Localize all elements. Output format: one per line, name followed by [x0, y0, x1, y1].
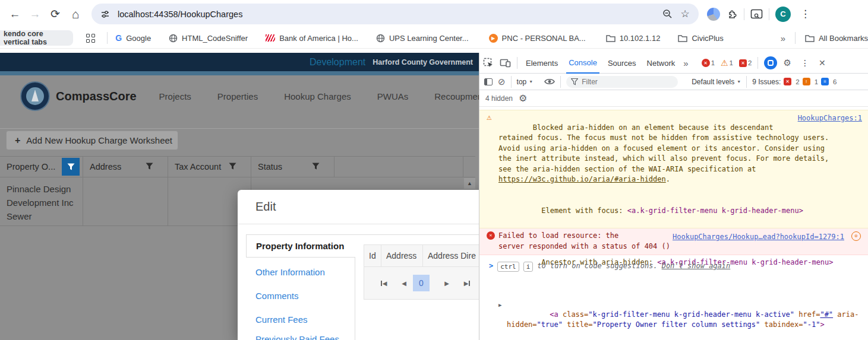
element-preview[interactable]: ▶<a class="k-grid-filter-menu k-grid-hea… — [498, 299, 861, 340]
grid-scrollbar-up[interactable]: ▲ — [464, 178, 475, 189]
filter-icon[interactable] — [146, 163, 153, 170]
prompt-chevron-icon: > — [489, 261, 493, 272]
pager-first-icon[interactable]: ◀ — [376, 275, 392, 291]
column-header-address[interactable]: Address — [83, 157, 168, 177]
bookmark-folder-civicplus[interactable]: CivicPlus — [678, 34, 723, 43]
plus-icon: + — [15, 135, 20, 146]
tab-previously-paid-fees[interactable]: Previously Paid Fees — [255, 334, 339, 340]
tag-open: <a — [550, 310, 558, 319]
forward-icon[interactable]: → — [25, 4, 45, 24]
tab-network[interactable]: Network — [645, 53, 678, 74]
console-error-icon: ✕ — [487, 231, 495, 240]
nav-item-recoupments[interactable]: Recoupments and Surcharges — [434, 91, 479, 101]
tab-console[interactable]: Console — [566, 53, 599, 74]
pager-last-icon[interactable]: ▶ — [459, 275, 475, 291]
ctrl-key-chip: ctrl — [497, 262, 519, 272]
tab-group-chip[interactable]: kendo core vertical tabs — [0, 30, 73, 46]
issues-summary[interactable]: 9 Issues: ✕ 2 ! 1 ≡ 6 — [752, 78, 837, 86]
tab-other-information[interactable]: Other Information — [255, 267, 325, 277]
live-expression-eye-icon[interactable] — [544, 78, 555, 85]
disclosure-triangle-icon[interactable]: ▶ — [498, 300, 501, 311]
attr-name: class= — [558, 310, 589, 319]
chrome-menu-icon[interactable]: ⋮ — [797, 8, 814, 20]
column-label: Tax Account — [175, 162, 221, 171]
bookmark-folder-ip[interactable]: 10.102.1.12 — [606, 34, 661, 43]
close-devtools-icon[interactable]: ✕ — [819, 58, 826, 68]
clear-console-icon[interactable]: ⊘ — [498, 77, 506, 87]
error-source-link[interactable]: HookupCharges/Hookup…ead?hookupId=1279:1 — [673, 232, 844, 243]
bookmark-bank-of-america[interactable]: Bank of America | Ho... — [266, 34, 358, 43]
reload-icon[interactable]: ⟳ — [45, 4, 65, 24]
error-count-badge[interactable]: ✕ 1 — [702, 59, 715, 67]
modal-column-id[interactable]: Id — [364, 245, 381, 266]
pager-previous-icon[interactable]: ◀ — [396, 275, 412, 291]
filter-icon[interactable] — [229, 163, 236, 170]
profile-avatar[interactable]: C — [775, 7, 791, 22]
modal-column-address-direction[interactable]: Address Dire — [423, 245, 479, 266]
all-bookmarks[interactable]: All Bookmarks — [805, 34, 868, 43]
url-text[interactable]: localhost:44358/HookupCharges — [118, 9, 661, 19]
console-settings-gear-icon[interactable]: ⚙ — [519, 93, 527, 104]
bookmark-star-icon[interactable]: ☆ — [678, 8, 692, 21]
compasscore-logo[interactable] — [20, 81, 50, 111]
content-divider — [0, 128, 479, 129]
back-icon[interactable]: ← — [5, 4, 25, 24]
bookmark-ups-learning[interactable]: UPS Learning Center... — [376, 34, 469, 43]
focus-node-link[interactable]: <a.k-grid-filter-menu k-grid-header-menu… — [627, 206, 803, 215]
modal-column-address[interactable]: Address — [381, 245, 423, 266]
zoom-out-icon[interactable] — [661, 8, 674, 21]
nav-item-properties[interactable]: Properties — [217, 91, 258, 101]
site-settings-icon[interactable] — [99, 8, 112, 21]
bookmark-google[interactable]: G Google — [115, 33, 151, 43]
console-prompt-row[interactable]: > ctrl i to turn on code suggestions. Do… — [479, 259, 868, 274]
bookmark-html-codesniffer[interactable]: HTML_CodeSniffer — [169, 34, 248, 43]
nav-item-hookup-charges[interactable]: Hookup Charges — [284, 91, 351, 101]
show-console-sidebar-icon[interactable] — [484, 78, 493, 85]
pager-current-page[interactable]: 0 — [413, 275, 430, 291]
tab-sources[interactable]: Sources — [605, 53, 639, 74]
filter-input[interactable] — [582, 78, 659, 86]
browser-chrome: ← → ⟳ ⌂ localhost:44358/HookupCharges ☆ — [0, 0, 868, 53]
more-tabs-icon[interactable]: » — [683, 58, 688, 68]
settings-gear-icon[interactable]: ⚙ — [783, 58, 791, 68]
javascript-context-select[interactable]: top ▼ — [517, 78, 534, 86]
tab-current-fees[interactable]: Current Fees — [255, 314, 308, 325]
explain-error-icon[interactable]: ⊜ — [851, 231, 861, 241]
issue-bubble-badge[interactable]: ✕ 2 — [739, 59, 752, 67]
log-levels-select[interactable]: Default levels ▼ — [692, 78, 741, 86]
filter-menu-active-button[interactable] — [62, 158, 80, 176]
bookmark-label: 10.102.1.12 — [620, 34, 661, 43]
side-panel-search-icon[interactable] — [750, 9, 763, 20]
column-header-tax-account[interactable]: Tax Account — [168, 157, 251, 177]
bookmarks-overflow-icon[interactable]: » — [781, 33, 785, 43]
extension-circular-icon[interactable] — [707, 8, 720, 21]
warning-message-body: Blocked aria-hidden on an element becaus… — [498, 112, 861, 340]
console-warning-icon: ⚠ — [487, 113, 491, 121]
add-worksheet-button[interactable]: + Add New Hookup Charge Worksheet — [6, 131, 178, 150]
tab-comments[interactable]: Comments — [255, 291, 299, 301]
column-header-property-owner[interactable]: Property O... — [0, 157, 83, 177]
address-bar[interactable]: localhost:44358/HookupCharges ☆ — [91, 4, 699, 24]
nav-item-projects[interactable]: Projects — [159, 91, 191, 101]
nav-item-pwuas[interactable]: PWUAs — [377, 91, 409, 101]
home-icon[interactable]: ⌂ — [65, 4, 86, 24]
href-value-link[interactable]: "#" — [820, 310, 833, 319]
tab-property-information[interactable]: Property Information — [246, 234, 355, 258]
column-header-status[interactable]: Status — [251, 157, 334, 177]
console-filter-box[interactable] — [566, 76, 678, 88]
inspect-element-icon[interactable] — [483, 58, 494, 68]
tab-elements[interactable]: Elements — [523, 53, 560, 74]
extensions-puzzle-icon[interactable] — [726, 8, 738, 20]
devtools-menu-icon[interactable]: ⋮ — [797, 58, 813, 68]
dont-show-again-link[interactable]: Don't show again — [662, 261, 731, 272]
apps-grid-icon[interactable] — [86, 34, 95, 43]
pager-next-icon[interactable]: ▶ — [439, 275, 454, 291]
spec-link[interactable]: https://w3c.github.io/aria/#aria-hidden — [498, 175, 666, 183]
brand-title[interactable]: CompassCore — [56, 90, 137, 103]
warning-count-badge[interactable]: ⚠ 1 — [721, 59, 733, 67]
devtools-ai-assistance-icon[interactable] — [764, 56, 777, 69]
filter-icon[interactable] — [312, 163, 320, 170]
hidden-messages-label: 4 hidden — [485, 94, 513, 103]
bookmark-pnc[interactable]: ▶ PNC - PERSONAL BA... — [489, 34, 586, 43]
device-toolbar-icon[interactable] — [500, 58, 511, 68]
